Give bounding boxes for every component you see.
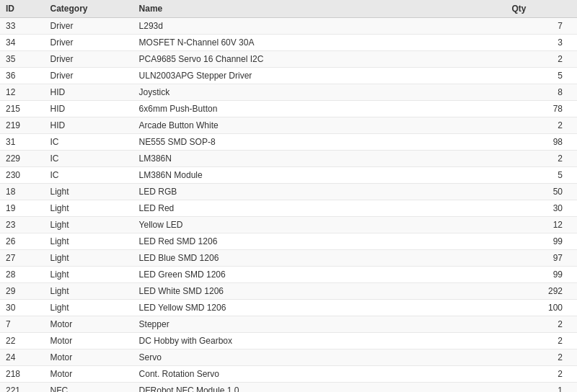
cell-qty: 2: [506, 349, 577, 366]
cell-id: 36: [0, 68, 45, 84]
cell-category: Motor: [45, 366, 133, 383]
col-header-name: Name: [133, 0, 506, 18]
cell-name: Cont. Rotation Servo: [133, 366, 506, 383]
cell-id: 34: [0, 35, 45, 51]
table-row: 230ICLM386N Module5: [0, 167, 577, 184]
cell-qty: 5: [506, 68, 577, 84]
cell-id: 12: [0, 84, 45, 101]
cell-category: HID: [45, 117, 133, 134]
cell-name: LED RGB: [133, 184, 506, 200]
cell-category: Light: [45, 250, 133, 267]
table-row: 221NFCDFRobot NFC Module 1.01: [0, 383, 577, 393]
cell-category: IC: [45, 151, 133, 167]
cell-qty: 2: [506, 333, 577, 349]
table-row: 22MotorDC Hobby with Gearbox2: [0, 333, 577, 349]
cell-name: LED Green SMD 1206: [133, 267, 506, 283]
cell-category: Light: [45, 300, 133, 316]
col-header-id: ID: [0, 0, 45, 18]
cell-name: MOSFET N-Channel 60V 30A: [133, 35, 506, 51]
table-row: 29LightLED White SMD 1206292: [0, 283, 577, 300]
cell-id: 28: [0, 267, 45, 283]
cell-name: DFRobot NFC Module 1.0: [133, 383, 506, 393]
cell-id: 27: [0, 250, 45, 267]
cell-name: Arcade Button White: [133, 117, 506, 134]
cell-qty: 1: [506, 383, 577, 393]
cell-id: 7: [0, 316, 45, 333]
cell-id: 29: [0, 283, 45, 300]
cell-qty: 8: [506, 84, 577, 101]
table-row: 24MotorServo2: [0, 349, 577, 366]
table-row: 7MotorStepper2: [0, 316, 577, 333]
cell-name: Yellow LED: [133, 217, 506, 233]
table-row: 35DriverPCA9685 Servo 16 Channel I2C2: [0, 51, 577, 68]
cell-category: IC: [45, 167, 133, 184]
cell-qty: 5: [506, 167, 577, 184]
table-row: 19LightLED Red30: [0, 200, 577, 217]
cell-qty: 50: [506, 184, 577, 200]
cell-category: Motor: [45, 316, 133, 333]
cell-category: Light: [45, 267, 133, 283]
cell-id: 18: [0, 184, 45, 200]
cell-name: LED Red: [133, 200, 506, 217]
cell-name: LED White SMD 1206: [133, 283, 506, 300]
cell-id: 221: [0, 383, 45, 393]
cell-category: HID: [45, 84, 133, 101]
cell-id: 26: [0, 233, 45, 250]
cell-id: 35: [0, 51, 45, 68]
table-row: 36DriverULN2003APG Stepper Driver5: [0, 68, 577, 84]
col-header-qty: Qty: [506, 0, 577, 18]
table-row: 34DriverMOSFET N-Channel 60V 30A3: [0, 35, 577, 51]
cell-id: 33: [0, 18, 45, 35]
cell-category: NFC: [45, 383, 133, 393]
cell-category: Driver: [45, 18, 133, 35]
cell-name: PCA9685 Servo 16 Channel I2C: [133, 51, 506, 68]
cell-qty: 2: [506, 316, 577, 333]
cell-category: Motor: [45, 349, 133, 366]
cell-qty: 99: [506, 267, 577, 283]
cell-name: LED Red SMD 1206: [133, 233, 506, 250]
cell-id: 215: [0, 101, 45, 117]
cell-name: LED Yellow SMD 1206: [133, 300, 506, 316]
cell-name: LM386N: [133, 151, 506, 167]
cell-qty: 78: [506, 101, 577, 117]
cell-id: 218: [0, 366, 45, 383]
inventory-table-container: ID Category Name Qty 33DriverL293d734Dri…: [0, 0, 577, 392]
cell-category: Driver: [45, 68, 133, 84]
cell-category: Light: [45, 200, 133, 217]
cell-id: 31: [0, 134, 45, 151]
cell-qty: 2: [506, 117, 577, 134]
cell-name: Servo: [133, 349, 506, 366]
table-row: 12HIDJoystick8: [0, 84, 577, 101]
table-row: 218MotorCont. Rotation Servo2: [0, 366, 577, 383]
cell-qty: 30: [506, 200, 577, 217]
cell-category: Driver: [45, 35, 133, 51]
cell-id: 229: [0, 151, 45, 167]
cell-name: Stepper: [133, 316, 506, 333]
cell-qty: 3: [506, 35, 577, 51]
table-row: 219HIDArcade Button White2: [0, 117, 577, 134]
cell-category: Driver: [45, 51, 133, 68]
table-row: 23LightYellow LED12: [0, 217, 577, 233]
table-row: 28LightLED Green SMD 120699: [0, 267, 577, 283]
inventory-table: ID Category Name Qty 33DriverL293d734Dri…: [0, 0, 577, 392]
cell-category: Motor: [45, 333, 133, 349]
cell-qty: 97: [506, 250, 577, 267]
cell-id: 19: [0, 200, 45, 217]
table-row: 27LightLED Blue SMD 120697: [0, 250, 577, 267]
cell-name: ULN2003APG Stepper Driver: [133, 68, 506, 84]
col-header-category: Category: [45, 0, 133, 18]
table-row: 26LightLED Red SMD 120699: [0, 233, 577, 250]
cell-id: 24: [0, 349, 45, 366]
cell-qty: 2: [506, 51, 577, 68]
cell-qty: 292: [506, 283, 577, 300]
cell-category: Light: [45, 233, 133, 250]
cell-name: DC Hobby with Gearbox: [133, 333, 506, 349]
cell-qty: 99: [506, 233, 577, 250]
table-header-row: ID Category Name Qty: [0, 0, 577, 18]
cell-category: Light: [45, 184, 133, 200]
cell-id: 230: [0, 167, 45, 184]
cell-name: 6x6mm Push-Button: [133, 101, 506, 117]
table-row: 215HID6x6mm Push-Button78: [0, 101, 577, 117]
cell-category: Light: [45, 283, 133, 300]
cell-qty: 7: [506, 18, 577, 35]
